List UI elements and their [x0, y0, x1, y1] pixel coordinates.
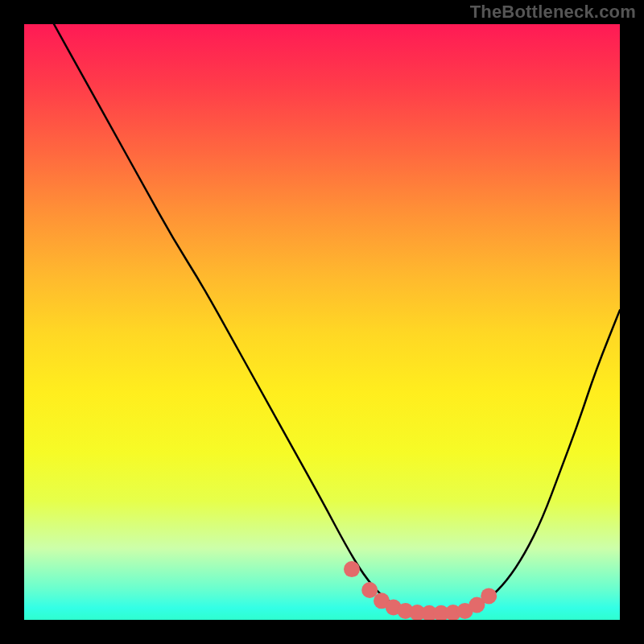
watermark-text: TheBottleneck.com: [470, 2, 636, 23]
chart-svg: [24, 24, 620, 620]
curve-left: [54, 24, 441, 613]
plot-area: [24, 24, 620, 620]
chart-frame: TheBottleneck.com: [0, 0, 644, 644]
minimum-marker-point: [481, 588, 497, 604]
minimum-marker-group: [344, 561, 497, 620]
minimum-marker-point: [344, 561, 360, 577]
minimum-marker-point: [361, 582, 378, 598]
curve-right: [441, 310, 620, 613]
left-curve-path: [54, 24, 441, 613]
right-curve-path: [441, 310, 620, 613]
